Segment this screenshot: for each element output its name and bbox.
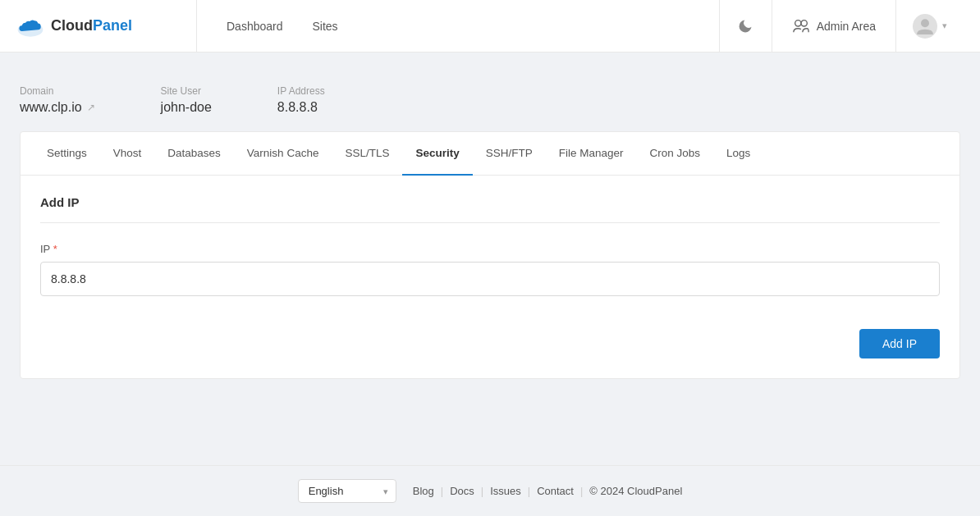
admin-icon [792, 17, 810, 35]
user-caret: ▾ [942, 21, 947, 31]
site-info: Domain www.clp.io ↗ Site User john-doe I… [20, 72, 960, 131]
footer-links: Blog | Docs | Issues | Contact | © 2024 … [413, 485, 683, 497]
tab-file-manager[interactable]: File Manager [546, 132, 637, 176]
ip-input[interactable] [40, 262, 940, 296]
moon-icon [737, 18, 753, 34]
form-section: IP * [21, 223, 959, 316]
footer: English German French Spanish ▾ Blog | D… [0, 465, 980, 516]
domain-value: www.clp.io ↗ [20, 100, 95, 115]
ip-address-value: 8.8.8.8 [277, 100, 325, 115]
domain-group: Domain www.clp.io ↗ [20, 85, 95, 115]
required-asterisk: * [53, 243, 57, 255]
site-user-value: john-doe [161, 100, 212, 115]
domain-label: Domain [20, 85, 95, 97]
tab-security[interactable]: Security [402, 132, 472, 176]
navbar: CloudPanel Dashboard Sites Admin Area [0, 0, 980, 53]
nav-dashboard[interactable]: Dashboard [227, 20, 283, 33]
main-card: Settings Vhost Databases Varnish Cache S… [20, 131, 960, 379]
ip-address-label: IP Address [277, 85, 325, 97]
external-link-icon[interactable]: ↗ [87, 102, 95, 113]
brand-cloud-svg [16, 12, 44, 40]
admin-area-label: Admin Area [817, 20, 876, 33]
language-select[interactable]: English German French Spanish [298, 479, 396, 503]
tab-databases[interactable]: Databases [154, 132, 234, 176]
user-menu-button[interactable]: ▾ [895, 0, 964, 53]
tab-vhost[interactable]: Vhost [100, 132, 155, 176]
svg-point-2 [801, 20, 807, 25]
add-ip-title: Add IP [40, 195, 940, 223]
nav-right: Admin Area ▾ [719, 0, 964, 53]
dark-mode-button[interactable] [719, 0, 772, 53]
tab-cron-jobs[interactable]: Cron Jobs [637, 132, 714, 176]
tab-ssl-tls[interactable]: SSL/TLS [332, 132, 402, 176]
brand-logo[interactable]: CloudPanel [16, 0, 197, 53]
tabs-bar: Settings Vhost Databases Varnish Cache S… [21, 132, 959, 176]
tab-varnish-cache[interactable]: Varnish Cache [234, 132, 332, 176]
site-user-group: Site User john-doe [161, 85, 212, 115]
footer-contact-link[interactable]: Contact [537, 485, 574, 497]
nav-links: Dashboard Sites [197, 20, 719, 33]
svg-point-1 [795, 20, 800, 25]
nav-sites[interactable]: Sites [313, 20, 338, 33]
ip-address-group: IP Address 8.8.8.8 [277, 85, 325, 115]
tab-ssh-ftp[interactable]: SSH/FTP [473, 132, 546, 176]
content-wrapper: Domain www.clp.io ↗ Site User john-doe I… [0, 53, 980, 465]
ip-field-label: IP * [40, 243, 940, 255]
footer-blog-link[interactable]: Blog [413, 485, 434, 497]
add-ip-section: Add IP [21, 176, 959, 223]
brand-text: CloudPanel [51, 17, 132, 34]
user-avatar-icon [913, 14, 937, 39]
tab-logs[interactable]: Logs [713, 132, 763, 176]
form-actions: Add IP [21, 316, 959, 378]
site-user-label: Site User [161, 85, 212, 97]
tab-settings[interactable]: Settings [34, 132, 100, 176]
language-selector[interactable]: English German French Spanish ▾ [298, 479, 396, 503]
brand-panel-text: Panel [93, 17, 132, 34]
footer-docs-link[interactable]: Docs [450, 485, 474, 497]
brand-cloud-text: Cloud [51, 17, 93, 34]
footer-copyright: © 2024 CloudPanel [589, 485, 682, 497]
admin-area-button[interactable]: Admin Area [772, 0, 895, 53]
svg-point-4 [921, 19, 929, 27]
footer-issues-link[interactable]: Issues [490, 485, 521, 497]
add-ip-button[interactable]: Add IP [859, 329, 940, 358]
